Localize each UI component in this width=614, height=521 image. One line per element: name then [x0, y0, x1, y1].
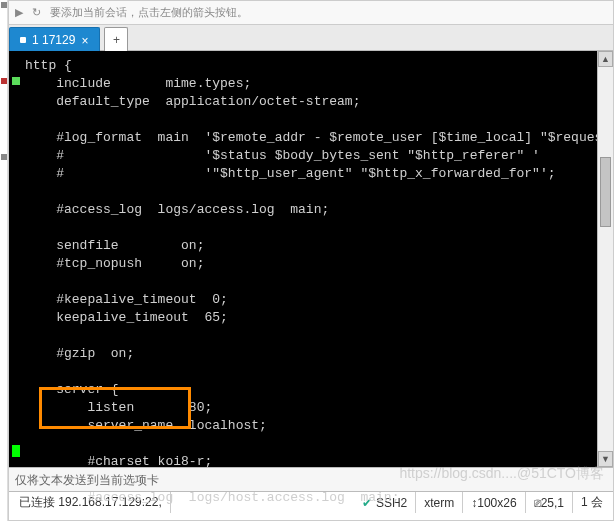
main-window: ▶ ↻ 要添加当前会话，点击左侧的箭头按钮。 1 17129 × + http … [8, 0, 614, 521]
terminal-gutter [9, 51, 23, 467]
scroll-track[interactable] [598, 67, 613, 451]
session-hint-text: 要添加当前会话，点击左侧的箭头按钮。 [50, 6, 248, 18]
scroll-thumb[interactable] [600, 157, 611, 227]
tab-close-button[interactable]: × [81, 34, 89, 48]
adjacent-app-sliver [0, 0, 8, 521]
status-sessions: 1 会 [573, 492, 611, 513]
gutter-marker-icon [12, 77, 20, 85]
tab-add-button[interactable]: + [104, 27, 128, 51]
scroll-up-button[interactable]: ▲ [598, 51, 613, 67]
tab-session-1[interactable]: 1 17129 × [9, 27, 100, 51]
tab-label: 1 17129 [32, 33, 75, 47]
terminal-container: http { include mime.types; default_type … [9, 51, 613, 467]
status-term-type: xterm [416, 492, 463, 513]
send-text-label: 仅将文本发送到当前选项卡 [15, 473, 159, 487]
arrow-icon: ▶ [15, 6, 23, 18]
refresh-icon[interactable]: ↻ [32, 6, 41, 18]
vertical-scrollbar[interactable]: ▲ ▼ [597, 51, 613, 467]
gutter-cursor-icon [12, 445, 20, 457]
status-cursor: ⎚ 25,1 [526, 492, 573, 513]
terminal-output[interactable]: http { include mime.types; default_type … [23, 51, 597, 467]
status-size: ↕ 100x26 [463, 492, 525, 513]
tab-strip: 1 17129 × + [9, 25, 613, 51]
scroll-down-button[interactable]: ▼ [598, 451, 613, 467]
cursor-icon: ⎚ [534, 496, 541, 510]
plus-icon: + [113, 33, 120, 47]
tab-indicator-icon [20, 37, 26, 43]
session-hint-bar: ▶ ↻ 要添加当前会话，点击左侧的箭头按钮。 [9, 1, 613, 25]
